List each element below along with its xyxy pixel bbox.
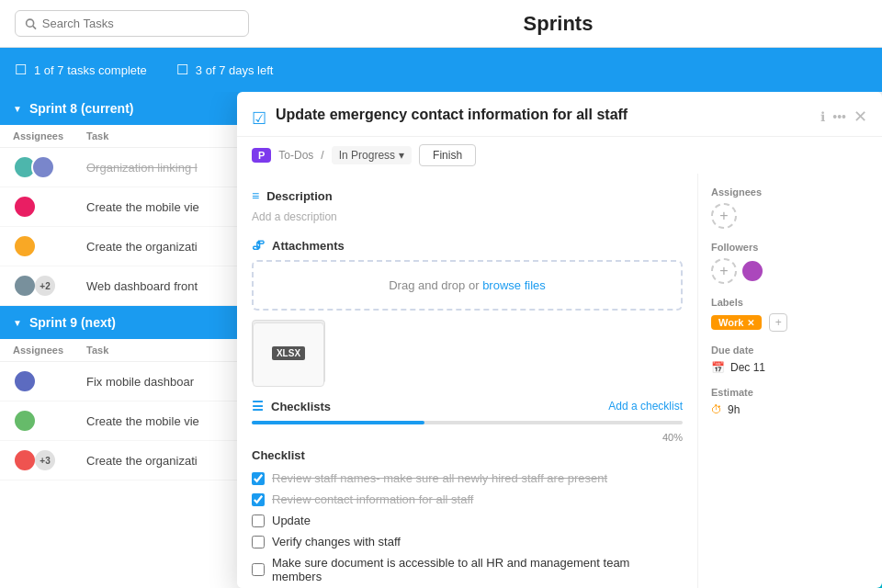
checklist-progress-bar [252, 421, 683, 424]
followers-label: Followers [711, 242, 869, 253]
add-checklist-button[interactable]: Add a checklist [608, 400, 683, 413]
sprint8-header[interactable]: ▼ Sprint 8 (current) [0, 92, 243, 125]
checklist-header-row: ☰ Checklists Add a checklist [252, 399, 683, 413]
file-attachment: XLSX [252, 320, 325, 384]
task-modal: ☑ Update emergency contact information f… [237, 92, 882, 588]
description-placeholder[interactable]: Add a description [252, 210, 683, 223]
avatar [13, 274, 37, 298]
info-icon[interactable]: ℹ [820, 109, 825, 124]
modal-right-panel: Assignees + Followers + Labels Work [698, 174, 882, 588]
clock-icon: ⏱ [711, 403, 722, 416]
top-bar: Sprints [0, 0, 882, 48]
search-icon [25, 17, 37, 30]
follower-avatar [741, 259, 764, 283]
table-row[interactable]: +2 Web dashboard front [0, 266, 243, 306]
status-text: In Progress [339, 149, 395, 162]
days-left-text: 3 of 7 days left [196, 63, 274, 77]
project-label: To-Dos [278, 149, 313, 162]
remove-label-button[interactable]: ✕ [747, 318, 754, 328]
assignees-label: Assignees [711, 187, 869, 198]
estimate-value[interactable]: 9h [728, 403, 740, 416]
table-row[interactable]: Create the mobile vie [0, 401, 243, 441]
estimate-row: ⏱ 9h [711, 403, 869, 416]
checklist-item-text: Make sure document is accessible to all … [272, 556, 683, 583]
checklist-checkbox[interactable] [252, 563, 265, 576]
browse-files-link[interactable]: browse files [482, 278, 546, 292]
checklist-progress-fill [252, 421, 424, 424]
checklist-percent: 40% [252, 432, 683, 443]
checklist-checkbox[interactable] [252, 536, 265, 548]
sprint8-label: Sprint 8 (current) [29, 101, 134, 116]
more-options-icon[interactable]: ••• [832, 109, 846, 124]
description-label: Description [266, 189, 333, 203]
checklist-header: ☰ Checklists [252, 399, 331, 413]
sprint-bar: ☐ 1 of 7 tasks complete ☐ 3 of 7 days le… [0, 48, 882, 92]
followers-row: + [711, 258, 869, 284]
attachments-label: Attachments [272, 239, 345, 253]
sprint9-label: Sprint 9 (next) [29, 315, 116, 330]
drag-drop-text: Drag and drop or [389, 278, 482, 292]
table-row[interactable]: Organization linking l [0, 148, 243, 187]
search-box[interactable] [15, 10, 249, 37]
table-row[interactable]: Create the mobile vie [0, 187, 243, 227]
search-input[interactable] [42, 17, 239, 30]
sprint9-table-header: Assignees Task [0, 339, 243, 362]
finish-button[interactable]: Finish [419, 144, 476, 166]
page-title: Sprints [249, 12, 867, 36]
close-icon[interactable]: ✕ [854, 107, 867, 127]
table-row[interactable]: Create the organizati [0, 227, 243, 266]
project-badge: P [252, 148, 271, 163]
due-date-row: 📅 Dec 11 [711, 361, 869, 374]
task-text: Create the mobile vie [86, 414, 230, 428]
checklist-item: Make sure document is accessible to all … [252, 552, 683, 587]
modal-left-panel: ≡ Description Add a description 🖇 Attach… [237, 174, 698, 588]
checklist-item-text: Verify changes with staff [272, 535, 401, 548]
tasks-complete-indicator: ☐ 1 of 7 tasks complete [15, 62, 147, 78]
table-row[interactable]: Fix mobile dashboar [0, 362, 243, 401]
due-date-value[interactable]: Dec 11 [730, 361, 765, 374]
task-complete-icon: ☑ [252, 108, 266, 129]
sprint8-task-table: Assignees Task Organization linking l [0, 125, 243, 306]
avatar [13, 234, 37, 258]
tasks-complete-icon: ☐ [15, 62, 27, 78]
sprint9-header[interactable]: ▼ Sprint 9 (next) [0, 306, 243, 339]
main-content: ▼ Sprint 8 (current) Assignees Task [0, 92, 882, 588]
days-left-icon: ☐ [176, 62, 188, 78]
followers-section: Followers + [711, 242, 869, 284]
checklist-item-text: Review contact information for all staff [272, 492, 473, 506]
add-follower-button[interactable]: + [711, 258, 737, 284]
task-text: Organization linking l [86, 161, 230, 175]
checklist-checkbox[interactable] [252, 514, 265, 527]
checklist-checkbox[interactable] [252, 493, 265, 506]
svg-line-1 [33, 26, 36, 28]
due-date-section: Due date 📅 Dec 11 [711, 345, 869, 374]
description-icon: ≡ [252, 188, 259, 203]
task-text: Create the mobile vie [86, 200, 230, 214]
modal-body: ≡ Description Add a description 🖇 Attach… [237, 174, 882, 588]
checklists-label: Checklists [271, 400, 331, 413]
avatar [13, 369, 37, 393]
checklist-item-text: Review staff names- make sure all newly … [272, 471, 607, 485]
labels-label: Labels [711, 297, 869, 308]
description-section: ≡ Description Add a description [252, 188, 683, 223]
breadcrumb-separator: / [321, 149, 323, 162]
svg-point-0 [27, 19, 34, 27]
modal-title: Update emergency contact information for… [276, 107, 811, 123]
calendar-icon: 📅 [711, 361, 725, 374]
task-text: Web dashboard front [86, 279, 230, 293]
header-assignees: Assignees [13, 130, 86, 141]
modal-actions: ℹ ••• ✕ [820, 107, 867, 127]
add-label-button[interactable]: + [769, 313, 787, 332]
estimate-section: Estimate ⏱ 9h [711, 387, 869, 416]
label-tag: Work ✕ [711, 315, 762, 330]
table-row[interactable]: +3 Create the organizati [0, 441, 243, 481]
checklist-checkbox[interactable] [252, 472, 265, 485]
status-badge[interactable]: In Progress ▾ [332, 146, 412, 164]
attachment-dropzone[interactable]: Drag and drop or browse files [252, 260, 683, 311]
add-assignee-button[interactable]: + [711, 203, 737, 229]
sprint8-table-header: Assignees Task [0, 125, 243, 148]
file-type-badge: XLSX [272, 346, 305, 360]
assignees-section: Assignees + [711, 187, 869, 229]
sprint9-task-table: Assignees Task Fix mobile dashboar [0, 339, 243, 481]
avatar [13, 195, 37, 219]
